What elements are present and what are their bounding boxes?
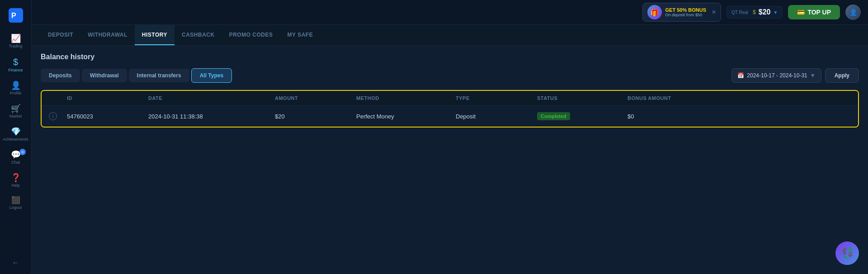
tab-promo-codes[interactable]: PROMO CODES bbox=[222, 25, 280, 45]
col-header-id: ID bbox=[67, 95, 148, 101]
topbar: 🎁 GET 50% BONUS On deposit from $50 ✕ QT… bbox=[32, 0, 868, 25]
filter-deposits[interactable]: Deposits bbox=[41, 69, 80, 82]
sidebar-item-chat[interactable]: 💬 Chat 6 bbox=[0, 146, 31, 169]
finance-tabs: DEPOSIT WITHDRAWAL HISTORY CASHBACK PROM… bbox=[32, 25, 868, 46]
col-header-amount: Amount bbox=[275, 95, 356, 101]
balance-currency-icon: $ bbox=[753, 9, 756, 15]
col-header-status: Status bbox=[537, 95, 627, 101]
history-content: Balance history Deposits Withdrawal Inte… bbox=[32, 46, 868, 135]
balance-amount: $20 bbox=[759, 8, 771, 16]
page-title: Balance history bbox=[41, 53, 859, 61]
tab-my-safe[interactable]: MY SAFE bbox=[280, 25, 321, 45]
achievements-icon: 💎 bbox=[11, 128, 21, 136]
balance-section: QT Real $ $20 ▼ bbox=[726, 6, 783, 19]
qt-label: QT Real bbox=[731, 10, 748, 15]
col-header-method: Method bbox=[356, 95, 456, 101]
sidebar-item-achievements[interactable]: 💎 Achievements bbox=[0, 123, 31, 146]
sidebar-arrow[interactable]: ← bbox=[12, 259, 19, 274]
table-row: i 54760023 2024-10-31 11:38:38 $20 Perfe… bbox=[42, 106, 858, 127]
row-amount: $20 bbox=[275, 113, 356, 120]
chat-badge: 6 bbox=[19, 149, 26, 155]
profile-icon: 👤 bbox=[11, 81, 21, 90]
row-status: Completed bbox=[537, 112, 627, 120]
avatar[interactable]: 👤 bbox=[845, 5, 861, 20]
history-table: ID Date Amount Method Type Status Bonus … bbox=[41, 90, 859, 128]
bonus-banner: 🎁 GET 50% BONUS On deposit from $50 ✕ bbox=[642, 3, 721, 22]
row-bonus-amount: $0 bbox=[627, 113, 851, 120]
filter-bar: Deposits Withdrawal Internal transfers A… bbox=[41, 68, 859, 83]
wallet-fab[interactable]: 💱 bbox=[835, 241, 859, 265]
sidebar-item-label: Logout bbox=[9, 206, 22, 210]
trading-icon: 📈 bbox=[11, 34, 21, 43]
filter-all-types[interactable]: All Types bbox=[191, 68, 232, 83]
date-range-value: 2024-10-17 - 2024-10-31 bbox=[747, 72, 807, 79]
topup-label: TOP UP bbox=[807, 9, 831, 16]
col-header-date: Date bbox=[148, 95, 275, 101]
col-header-info bbox=[49, 95, 67, 101]
filter-internal-transfers[interactable]: Internal transfers bbox=[129, 69, 189, 82]
balance-dropdown-icon[interactable]: ▼ bbox=[773, 10, 778, 15]
row-info: i bbox=[49, 112, 67, 120]
bonus-title: GET 50% BONUS bbox=[665, 7, 706, 13]
row-method: Perfect Money bbox=[356, 113, 456, 120]
bonus-close-icon[interactable]: ✕ bbox=[712, 9, 716, 15]
main-content: DEPOSIT WITHDRAWAL HISTORY CASHBACK PROM… bbox=[32, 25, 868, 274]
bonus-subtitle: On deposit from $50 bbox=[665, 13, 706, 17]
calendar-icon: 📅 bbox=[737, 72, 744, 79]
sidebar-item-label: Achievements bbox=[3, 137, 28, 142]
date-range-input[interactable]: 📅 2024-10-17 - 2024-10-31 ▼ bbox=[731, 68, 821, 83]
sidebar: P 📈 Trading $ Finance 👤 Profile 🛒 Market… bbox=[0, 0, 32, 274]
sidebar-item-profile[interactable]: 👤 Profile bbox=[0, 77, 31, 100]
date-range: 📅 2024-10-17 - 2024-10-31 ▼ Apply bbox=[731, 68, 859, 83]
col-header-type: Type bbox=[456, 95, 537, 101]
apply-button[interactable]: Apply bbox=[825, 68, 859, 83]
sidebar-item-label: Finance bbox=[8, 68, 23, 72]
sidebar-item-label: Chat bbox=[11, 161, 20, 165]
topup-icon: 💳 bbox=[797, 9, 805, 16]
sidebar-item-trading[interactable]: 📈 Trading bbox=[0, 30, 31, 53]
sidebar-item-label: Market bbox=[9, 114, 22, 118]
bonus-text: GET 50% BONUS On deposit from $50 bbox=[665, 7, 706, 17]
status-badge: Completed bbox=[537, 112, 570, 120]
help-icon: ❓ bbox=[11, 174, 21, 182]
col-header-bonus: Bonus amount bbox=[627, 95, 851, 101]
logo[interactable]: P bbox=[0, 5, 31, 30]
tab-withdrawal[interactable]: WITHDRAWAL bbox=[80, 25, 135, 45]
row-type: Deposit bbox=[456, 113, 537, 120]
date-dropdown-icon: ▼ bbox=[810, 72, 816, 79]
sidebar-item-finance[interactable]: $ Finance bbox=[0, 53, 31, 77]
topup-button[interactable]: 💳 TOP UP bbox=[788, 5, 840, 19]
row-date: 2024-10-31 11:38:38 bbox=[148, 113, 275, 120]
logout-icon: ⬛ bbox=[11, 197, 20, 204]
finance-icon: $ bbox=[13, 57, 18, 66]
bonus-icon: 🎁 bbox=[647, 5, 662, 19]
tab-deposit[interactable]: DEPOSIT bbox=[41, 25, 80, 45]
sidebar-item-label: Trading bbox=[9, 44, 22, 48]
sidebar-item-logout[interactable]: ⬛ Logout bbox=[0, 192, 31, 214]
row-id: 54760023 bbox=[67, 113, 148, 120]
market-icon: 🛒 bbox=[11, 104, 21, 113]
tab-cashback[interactable]: CASHBACK bbox=[175, 25, 222, 45]
back-arrow-icon: ← bbox=[12, 259, 19, 266]
filter-withdrawal[interactable]: Withdrawal bbox=[82, 69, 127, 82]
sidebar-item-label: Help bbox=[11, 184, 20, 188]
table-header: ID Date Amount Method Type Status Bonus … bbox=[42, 91, 858, 106]
logo-icon: P bbox=[9, 8, 23, 23]
wallet-icon: 💱 bbox=[841, 247, 854, 259]
tab-history[interactable]: HISTORY bbox=[135, 25, 175, 45]
sidebar-item-market[interactable]: 🛒 Market bbox=[0, 100, 31, 123]
sidebar-item-label: Profile bbox=[10, 91, 22, 95]
info-icon[interactable]: i bbox=[49, 112, 57, 120]
sidebar-item-help[interactable]: ❓ Help bbox=[0, 169, 31, 192]
svg-text:P: P bbox=[11, 12, 16, 19]
